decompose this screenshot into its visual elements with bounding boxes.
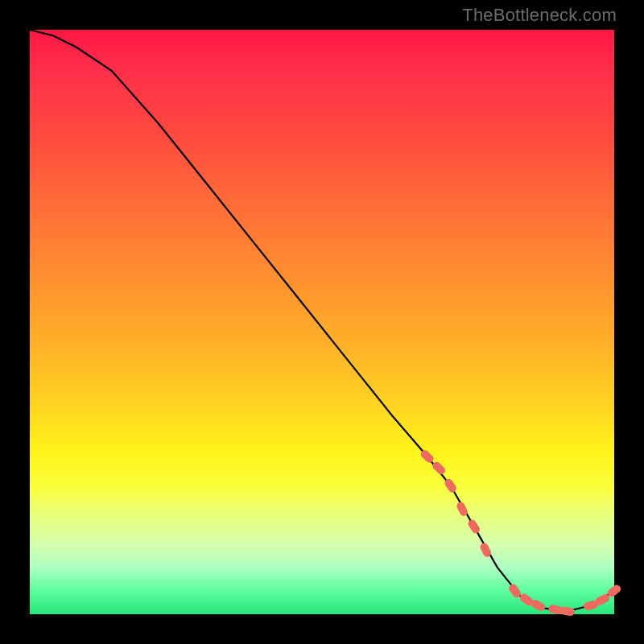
curve-line [30,30,614,611]
marker-group [419,448,622,617]
marker-point [559,606,575,617]
marker-point [467,518,481,535]
chart-svg [30,30,614,614]
plot-area [30,30,614,614]
chart-frame: TheBottleneck.com [0,0,644,644]
watermark-text: TheBottleneck.com [462,5,617,26]
marker-point [431,460,447,477]
